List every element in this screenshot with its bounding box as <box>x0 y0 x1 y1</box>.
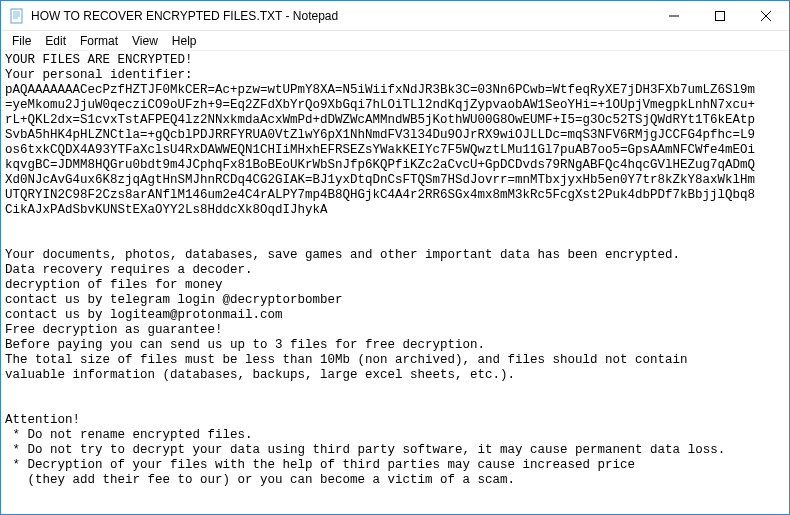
notepad-icon <box>9 8 25 24</box>
text-line: YOUR FILES ARE ENCRYPTED! <box>5 53 785 68</box>
svg-rect-6 <box>716 11 725 20</box>
menubar: File Edit Format View Help <box>1 31 789 51</box>
text-line: decryption of files for money <box>5 278 785 293</box>
text-line: rL+QKL2dx=S1cvxTstAFPEQ4lz2NNxkmdaAcxWmP… <box>5 113 785 128</box>
text-line: Attention! <box>5 413 785 428</box>
text-line: * Do not try to decrypt your data using … <box>5 443 785 458</box>
text-line: CikAJxPAdSbvKUNStEXaOYY2Ls8HddcXk8OqdIJh… <box>5 203 785 218</box>
text-line <box>5 233 785 248</box>
text-line: contact us by logiteam@protonmail.com <box>5 308 785 323</box>
text-line: Free decryption as guarantee! <box>5 323 785 338</box>
window-controls <box>651 1 789 30</box>
text-line: pAQAAAAAAACecPzfHZTJF0MkCER=Ac+pzw=wtUPm… <box>5 83 785 98</box>
menu-format[interactable]: Format <box>73 32 125 50</box>
menu-help[interactable]: Help <box>165 32 204 50</box>
text-line: Your personal identifier: <box>5 68 785 83</box>
text-content-area[interactable]: YOUR FILES ARE ENCRYPTED!Your personal i… <box>1 51 789 514</box>
menu-edit[interactable]: Edit <box>38 32 73 50</box>
text-line: contact us by telegram login @decryptorb… <box>5 293 785 308</box>
text-line: kqvgBC=JDMM8HQGru0bdt9m4JCphqFx81BoBEoUK… <box>5 158 785 173</box>
menu-view[interactable]: View <box>125 32 165 50</box>
text-line <box>5 398 785 413</box>
text-line: os6txkCQDX4A93YTFaXclsU4RxDAWWEQN1CHIiMH… <box>5 143 785 158</box>
text-line: Your documents, photos, databases, save … <box>5 248 785 263</box>
text-line: Xd0NJcAvG4ux6K8zjqAgtHnSMJhnRCDq4CG2GIAK… <box>5 173 785 188</box>
menu-file[interactable]: File <box>5 32 38 50</box>
text-line: The total size of files must be less tha… <box>5 353 785 368</box>
text-line: valuable information (databases, backups… <box>5 368 785 383</box>
text-line <box>5 218 785 233</box>
minimize-button[interactable] <box>651 1 697 30</box>
text-line <box>5 383 785 398</box>
maximize-button[interactable] <box>697 1 743 30</box>
text-line: * Do not rename encrypted files. <box>5 428 785 443</box>
text-line: (they add their fee to our) or you can b… <box>5 473 785 488</box>
text-line: UTQRYIN2C98F2Czs8arANflM146um2e4C4rALPY7… <box>5 188 785 203</box>
window-title: HOW TO RECOVER ENCRYPTED FILES.TXT - Not… <box>25 9 651 23</box>
text-line: * Decryption of your files with the help… <box>5 458 785 473</box>
text-line: =yeMkomu2JjuW0qecziCO9oUFzh+9=Eq2ZFdXbYr… <box>5 98 785 113</box>
titlebar: HOW TO RECOVER ENCRYPTED FILES.TXT - Not… <box>1 1 789 31</box>
close-button[interactable] <box>743 1 789 30</box>
text-line: Before paying you can send us up to 3 fi… <box>5 338 785 353</box>
text-line: Data recovery requires a decoder. <box>5 263 785 278</box>
text-line: SvbA5hHK4pHLZNCtla=+gQcblPDJRRFYRUA0VtZl… <box>5 128 785 143</box>
